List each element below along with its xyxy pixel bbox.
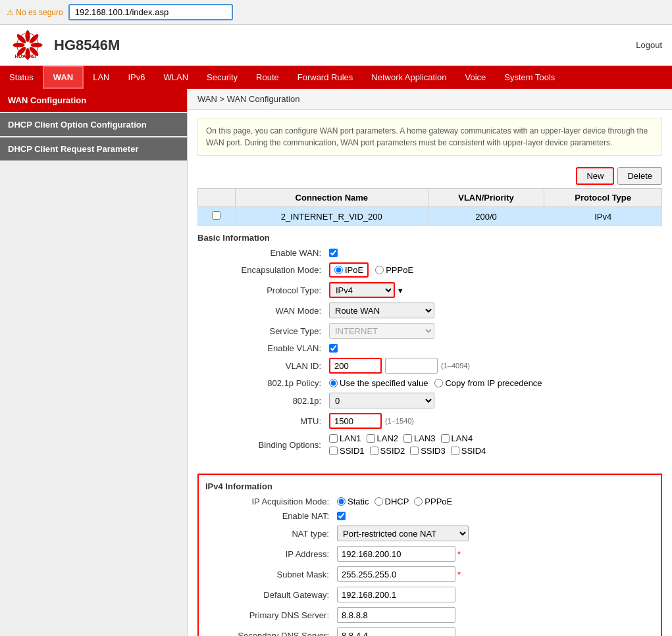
binding-ssid4[interactable]: SSID4 bbox=[451, 446, 486, 456]
policy-copy-radio[interactable] bbox=[434, 379, 443, 387]
ip-acq-pppoe[interactable]: PPPoE bbox=[414, 497, 452, 506]
ip-acq-pppoe-label: PPPoE bbox=[425, 497, 452, 506]
binding-options-label: Binding Options: bbox=[197, 440, 329, 450]
ip-acq-static-radio[interactable] bbox=[337, 497, 346, 506]
wan-mode-row: WAN Mode: Route WAN Bridge WAN bbox=[197, 303, 662, 318]
breadcrumb: WAN > WAN Configuration bbox=[188, 89, 672, 110]
nav-ipv6[interactable]: IPv6 bbox=[119, 66, 155, 89]
main-content: WAN > WAN Configuration On this page, yo… bbox=[188, 89, 672, 636]
primary-dns-input[interactable] bbox=[337, 607, 455, 623]
primary-dns-row: Primary DNS Server: bbox=[205, 607, 654, 623]
nav-route[interactable]: Route bbox=[247, 66, 288, 89]
policy-copy-option[interactable]: Copy from IP precedence bbox=[434, 378, 542, 388]
ip-address-label: IP Address: bbox=[205, 549, 337, 559]
ip-acq-dhcp-radio[interactable] bbox=[375, 497, 383, 506]
binding-ssid2[interactable]: SSID2 bbox=[370, 446, 405, 456]
delete-button[interactable]: Delete bbox=[617, 167, 662, 185]
new-button[interactable]: New bbox=[576, 167, 614, 185]
enable-nat-checkbox[interactable] bbox=[337, 512, 346, 520]
ip-acq-dhcp[interactable]: DHCP bbox=[375, 497, 409, 506]
wan-mode-label: WAN Mode: bbox=[197, 306, 329, 316]
ip-acq-pppoe-radio[interactable] bbox=[414, 497, 423, 506]
default-gw-label: Default Gateway: bbox=[205, 590, 337, 600]
nav-forward-rules[interactable]: Forward Rules bbox=[288, 66, 363, 89]
logout-button[interactable]: Logout bbox=[636, 40, 662, 50]
nat-type-label: NAT type: bbox=[205, 529, 337, 539]
enable-vlan-checkbox[interactable] bbox=[329, 344, 338, 353]
default-gw-input[interactable] bbox=[337, 587, 455, 602]
connection-name-cell: 2_INTERNET_R_VID_200 bbox=[235, 207, 428, 226]
encap-pppoe-option[interactable]: PPPoE bbox=[375, 265, 413, 275]
encap-mode-label: Encapsulation Mode: bbox=[197, 265, 329, 275]
ip-address-required: * bbox=[457, 549, 461, 559]
col-checkbox bbox=[198, 189, 236, 207]
encap-pppoe-radio[interactable] bbox=[375, 266, 384, 274]
service-type-label: Service Type: bbox=[197, 326, 329, 336]
nav-status[interactable]: Status bbox=[0, 66, 43, 89]
mtu-input[interactable] bbox=[329, 413, 382, 429]
default-gw-row: Default Gateway: bbox=[205, 587, 654, 602]
device-name: HG8546M bbox=[54, 37, 120, 54]
binding-lan2[interactable]: LAN2 bbox=[367, 433, 399, 443]
policy-specified-radio[interactable] bbox=[329, 379, 338, 387]
nav-network-application[interactable]: Network Application bbox=[362, 66, 455, 89]
nat-type-select[interactable]: Port-restricted cone NATFull cone NAT bbox=[337, 526, 469, 541]
svg-point-3 bbox=[31, 43, 43, 47]
sidebar-item-dhcp-request[interactable]: DHCP Client Request Parameter bbox=[0, 137, 187, 160]
service-type-select[interactable]: INTERNET bbox=[329, 323, 434, 339]
nat-type-row: NAT type: Port-restricted cone NATFull c… bbox=[205, 526, 654, 541]
vlan-id-range: (1–4094) bbox=[441, 362, 470, 370]
enable-wan-checkbox[interactable] bbox=[329, 249, 338, 257]
sidebar: WAN Configuration DHCP Client Option Con… bbox=[0, 89, 188, 636]
row-checkbox[interactable] bbox=[212, 211, 220, 220]
vlan-id-input[interactable] bbox=[329, 358, 382, 374]
ip-acq-static[interactable]: Static bbox=[337, 497, 369, 506]
nav-wlan[interactable]: WLAN bbox=[155, 66, 198, 89]
table-row[interactable]: 2_INTERNET_R_VID_200 200/0 IPv4 bbox=[198, 207, 662, 226]
subnet-mask-input[interactable] bbox=[337, 566, 455, 582]
policy-specified-option[interactable]: Use the specified value bbox=[329, 378, 428, 388]
info-box: On this page, you can configure WAN port… bbox=[197, 118, 662, 156]
policy-label: 802.1p Policy: bbox=[197, 378, 329, 388]
address-bar[interactable] bbox=[68, 4, 233, 20]
binding-ssid1[interactable]: SSID1 bbox=[329, 446, 365, 456]
nav-lan[interactable]: LAN bbox=[84, 66, 118, 89]
encap-mode-row: Encapsulation Mode: IPoE PPPoE bbox=[197, 262, 662, 278]
binding-ssid3[interactable]: SSID3 bbox=[410, 446, 446, 456]
secondary-dns-input[interactable] bbox=[337, 627, 455, 636]
svg-text:HUAWEI: HUAWEI bbox=[14, 53, 36, 59]
enable-vlan-row: Enable VLAN: bbox=[197, 343, 662, 353]
nav-voice[interactable]: Voice bbox=[455, 66, 495, 89]
subnet-mask-label: Subnet Mask: bbox=[205, 570, 337, 579]
binding-lan1[interactable]: LAN1 bbox=[329, 433, 361, 443]
connection-table: Connection Name VLAN/Priority Protocol T… bbox=[197, 188, 662, 226]
policy-copy-label: Copy from IP precedence bbox=[445, 378, 542, 388]
encap-ipoe-radio[interactable] bbox=[334, 266, 343, 274]
ip-address-input[interactable] bbox=[337, 546, 455, 562]
svg-point-1 bbox=[25, 30, 30, 42]
mtu-range: (1–1540) bbox=[385, 417, 414, 425]
binding-lan4[interactable]: LAN4 bbox=[441, 433, 473, 443]
vlan-id-label: VLAN ID: bbox=[197, 361, 329, 371]
nav-system-tools[interactable]: System Tools bbox=[495, 66, 564, 89]
protocol-type-select[interactable]: IPv4 bbox=[329, 282, 395, 298]
nav-security[interactable]: Security bbox=[197, 66, 247, 89]
nav-wan[interactable]: WAN bbox=[43, 66, 84, 89]
secondary-dns-label: Secondary DNS Server: bbox=[205, 631, 337, 637]
8021p-select[interactable]: 01234567 bbox=[329, 393, 434, 408]
vlan-id-row: VLAN ID: (1–4094) bbox=[197, 358, 662, 374]
binding-lan3[interactable]: LAN3 bbox=[403, 433, 436, 443]
ip-acq-static-label: Static bbox=[348, 497, 369, 506]
vlan-id-secondary[interactable] bbox=[385, 358, 438, 374]
wan-mode-select[interactable]: Route WAN Bridge WAN bbox=[329, 303, 434, 318]
ip-acq-label: IP Acquisition Mode: bbox=[205, 497, 337, 506]
security-warning: ⚠ No es seguro bbox=[7, 8, 63, 17]
sidebar-item-wan-config[interactable]: WAN Configuration bbox=[0, 89, 187, 112]
encap-ipoe-option[interactable]: IPoE bbox=[329, 262, 369, 278]
protocol-type-row: Protocol Type: IPv4 ▾ bbox=[197, 282, 662, 298]
sidebar-item-dhcp-option[interactable]: DHCP Client Option Configuration bbox=[0, 113, 187, 136]
vlan-priority-cell: 200/0 bbox=[428, 207, 544, 226]
encap-pppoe-label: PPPoE bbox=[386, 265, 413, 275]
mtu-row: MTU: (1–1540) bbox=[197, 413, 662, 429]
encap-ipoe-label: IPoE bbox=[345, 265, 363, 275]
